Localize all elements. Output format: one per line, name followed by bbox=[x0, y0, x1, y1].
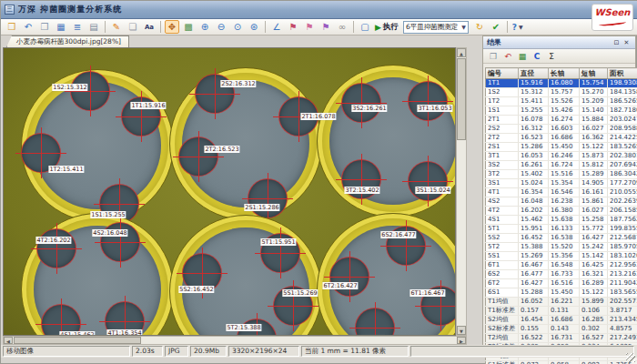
table-row[interactable]: 5T215.38815.52015.242185.9705 bbox=[486, 243, 637, 252]
refresh-icon[interactable]: ↻ bbox=[472, 20, 487, 34]
summary-row[interactable]: S2均值16.45416.68616.285213.4345 bbox=[486, 316, 637, 325]
zone-measurement-label: 3T2:15.402 bbox=[344, 187, 379, 194]
table-row[interactable]: 4S115.46215.63815.258187.7562 bbox=[486, 216, 637, 225]
table-row[interactable]: 6S216.47716.73316.321213.2163 bbox=[486, 270, 637, 279]
back-icon[interactable]: ↶ bbox=[21, 20, 35, 34]
copy-icon[interactable]: ❐ bbox=[37, 20, 52, 34]
image-icon[interactable]: ▩ bbox=[181, 20, 196, 34]
calibrate-icon[interactable]: ∠ bbox=[269, 20, 284, 34]
marker-purple-icon[interactable]: ⚑ bbox=[318, 20, 333, 34]
zoom-out-icon[interactable]: ⊖ bbox=[214, 20, 228, 34]
table-row[interactable]: 5S115.26915.35615.142183.1020 bbox=[486, 252, 637, 261]
save-result-icon[interactable]: ▦ bbox=[516, 50, 529, 62]
column-header[interactable]: 短轴 bbox=[580, 68, 608, 79]
open-folder-icon[interactable]: ❒ bbox=[5, 20, 19, 34]
table-row[interactable]: 1T115.91616.08015.754198.9308 bbox=[486, 79, 637, 88]
column-header[interactable]: 直径 bbox=[519, 68, 549, 79]
results-table: 编号直径长轴短轴面积1T115.91616.08015.754198.93081… bbox=[485, 67, 637, 364]
table-row[interactable]: 4S216.04816.23815.861202.2639 bbox=[486, 197, 637, 207]
save-icon[interactable]: ▦ bbox=[54, 20, 68, 34]
table-row[interactable]: 2S115.28615.45015.122183.5265 bbox=[486, 143, 637, 152]
table-row[interactable]: 3T116.05316.24615.873202.3801 bbox=[486, 152, 637, 161]
inhibition-zone-marker bbox=[179, 137, 217, 176]
sum-result-icon[interactable]: Σ bbox=[545, 50, 558, 62]
table-row[interactable]: 2T116.07816.27415.884203.0247 bbox=[486, 116, 637, 125]
table-row[interactable]: 6T116.46716.54816.425212.9563 bbox=[486, 261, 637, 270]
table-row[interactable]: 4T116.35416.54616.161210.0555 bbox=[486, 188, 637, 197]
table-row[interactable]: 3S216.26116.72415.812207.6942 bbox=[486, 161, 637, 170]
column-header[interactable]: 编号 bbox=[486, 68, 519, 79]
scroll-left-button[interactable]: ◀ bbox=[4, 337, 13, 344]
hand-tool-icon[interactable]: ✥ bbox=[165, 20, 179, 34]
link-icon[interactable]: ∞ bbox=[335, 20, 349, 34]
vertical-scroll-thumb[interactable] bbox=[457, 58, 466, 140]
summary-row[interactable]: T1均值16.05216.22115.899202.5571 bbox=[486, 298, 637, 307]
table-row[interactable]: 1S215.31215.75715.270184.1358 bbox=[486, 88, 637, 97]
screen-icon[interactable]: ▢ bbox=[358, 20, 372, 34]
zoom-fit-icon[interactable]: ⊛ bbox=[247, 20, 261, 34]
summary-row[interactable]: T2均值16.52216.73116.527217.2493 bbox=[486, 334, 637, 343]
toolbar-separator bbox=[265, 21, 266, 33]
zone-measurement-label: 2T2:16.523 bbox=[204, 146, 239, 153]
apply-check-icon[interactable]: ✔ bbox=[489, 20, 503, 34]
table-cell: 6T2 bbox=[486, 279, 519, 288]
table-row[interactable]: 5S216.45216.53816.427212.5687 bbox=[486, 234, 637, 243]
method-preset-dropdown[interactable]: 6平皿抑菌圈测定▼ bbox=[403, 21, 469, 34]
window-icon[interactable]: 三 bbox=[5, 5, 15, 15]
pin-panel-icon[interactable]: ⊡ bbox=[612, 37, 622, 47]
table-cell: T1标准差 bbox=[486, 307, 519, 316]
undo-result-icon[interactable]: ↶ bbox=[501, 50, 514, 62]
save-all-icon[interactable]: ≣ bbox=[70, 20, 85, 34]
column-header[interactable]: 面积 bbox=[608, 68, 637, 79]
inhibition-zone-marker bbox=[248, 179, 287, 217]
summary-row[interactable]: T1标准差0.1570.1310.1063.8717 bbox=[486, 307, 637, 316]
marker-pink-icon[interactable]: ⚑ bbox=[302, 20, 317, 34]
table-cell: 0.092 bbox=[580, 361, 608, 364]
table-cell: 16.221 bbox=[549, 298, 580, 307]
scroll-up-button[interactable]: ▲ bbox=[457, 48, 466, 57]
zoom-in-icon[interactable]: ⊕ bbox=[197, 20, 212, 34]
document-tab[interactable]: 小麦赤霉病杆菌300dpi.jpg[28%] bbox=[6, 35, 129, 47]
status-scale: 当前 1 mm = 11.81 像素 bbox=[301, 346, 409, 357]
marker-red-icon[interactable]: ⚑ bbox=[286, 20, 300, 34]
help-icon: ? bbox=[512, 23, 517, 32]
pencil-icon[interactable]: ✎ bbox=[109, 20, 124, 34]
print-icon[interactable]: ▤ bbox=[86, 20, 101, 34]
column-header[interactable]: 长轴 bbox=[549, 68, 580, 79]
table-cell: 15.462 bbox=[519, 216, 549, 225]
close-panel-icon[interactable]: ✕ bbox=[622, 37, 632, 47]
table-cell: 16.027 bbox=[580, 207, 608, 216]
summary-row[interactable]: S2标准差0.1550.1430.3024.8575 bbox=[486, 325, 637, 334]
table-row[interactable]: 2T216.52316.68616.362214.4225 bbox=[486, 134, 637, 143]
table-cell: 15.122 bbox=[580, 288, 608, 298]
annotate-icon[interactable]: ❏ bbox=[126, 20, 140, 34]
scroll-down-button[interactable]: ▼ bbox=[457, 326, 466, 335]
table-row[interactable]: 3T215.40215.51615.289186.3042 bbox=[486, 170, 637, 179]
table-cell: 0.157 bbox=[519, 307, 549, 316]
text-tool-icon[interactable]: Aa bbox=[142, 20, 157, 34]
scroll-right-button[interactable]: ▶ bbox=[457, 337, 466, 344]
table-row[interactable]: 1S115.25515.42615.140182.7180 bbox=[486, 106, 637, 116]
table-cell: 217.2493 bbox=[608, 334, 637, 343]
table-row[interactable]: 6T216.42716.51616.289211.9042 bbox=[486, 279, 637, 288]
petri-dish-image[interactable]: 1S2:15.3121T1:15.9161T2:15.4111S1:15.255… bbox=[4, 48, 455, 335]
table-cell: 16.452 bbox=[519, 234, 549, 243]
table-cell: 16.246 bbox=[549, 152, 580, 161]
zoom-actual-icon[interactable]: ⊙ bbox=[230, 20, 245, 34]
zone-measurement-label: 2S1:15.286 bbox=[244, 204, 279, 211]
table-row[interactable]: 6S115.28815.45015.122183.5655 bbox=[486, 288, 637, 298]
table-row[interactable]: 2S216.31216.60316.027208.9588 bbox=[486, 125, 637, 134]
summary-row[interactable]: S1标准差0.0720.0580.0921.7355 bbox=[486, 361, 637, 364]
run-button[interactable]: ▶执行 bbox=[375, 22, 399, 33]
table-row[interactable]: 5T115.95116.13315.772199.8355 bbox=[486, 225, 637, 234]
zone-measurement-label: 3S2:16.261 bbox=[351, 105, 387, 112]
clear-result-icon[interactable]: C bbox=[531, 50, 543, 62]
table-row[interactable]: 1T215.41115.52615.209186.5265 bbox=[486, 97, 637, 106]
resize-grip[interactable] bbox=[626, 353, 635, 362]
brand-logo-text: WSeen bbox=[592, 5, 632, 21]
export-result-icon[interactable]: ❐ bbox=[487, 50, 500, 62]
table-row[interactable]: 3S115.02415.35414.905177.2709 bbox=[486, 179, 637, 188]
table-row[interactable]: 4T216.20216.38016.027206.1585 bbox=[486, 207, 637, 216]
horizontal-scroll-thumb[interactable] bbox=[14, 337, 141, 344]
help-button[interactable]: ?▼ bbox=[512, 23, 523, 32]
